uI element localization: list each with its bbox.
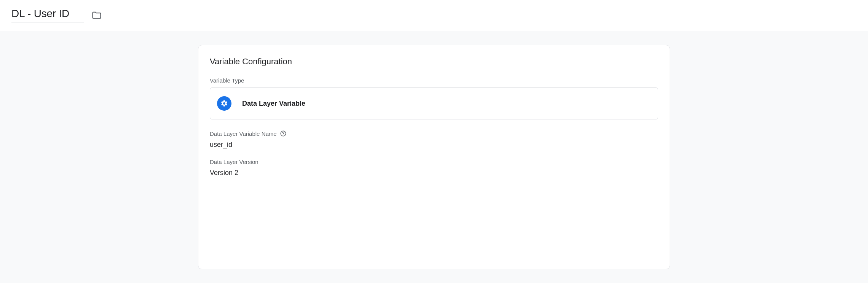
- svg-point-1: [283, 135, 283, 135]
- data-layer-variable-name-field: Data Layer Variable Name user_id: [210, 130, 658, 149]
- field-label-row: Data Layer Variable Name: [210, 130, 658, 137]
- data-layer-version-field: Data Layer Version Version 2: [210, 159, 658, 177]
- variable-configuration-card: Variable Configuration Variable Type Dat…: [198, 45, 670, 269]
- help-icon[interactable]: [280, 130, 287, 137]
- variable-type-name: Data Layer Variable: [242, 100, 305, 108]
- data-layer-variable-name-value: user_id: [210, 141, 658, 149]
- folder-icon[interactable]: [91, 10, 102, 21]
- data-layer-version-value: Version 2: [210, 169, 658, 177]
- data-layer-version-label: Data Layer Version: [210, 159, 658, 165]
- variable-type-label: Variable Type: [210, 77, 658, 84]
- gear-icon: [217, 96, 231, 111]
- card-title: Variable Configuration: [210, 57, 658, 67]
- data-layer-variable-name-label: Data Layer Variable Name: [210, 130, 277, 137]
- header-bar: [0, 0, 868, 31]
- variable-type-selector[interactable]: Data Layer Variable: [210, 87, 658, 119]
- canvas: Variable Configuration Variable Type Dat…: [0, 31, 868, 283]
- variable-title-input[interactable]: [11, 8, 84, 22]
